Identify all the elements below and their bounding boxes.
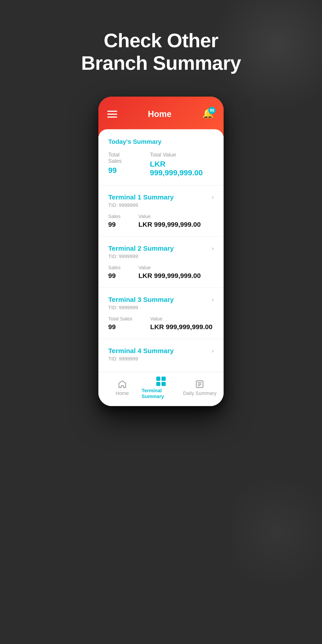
terminal-1-title: Terminal 1 Summary: [108, 194, 174, 201]
terminal-2-title: Terminal 2 Summary: [108, 245, 174, 252]
terminal-2-card[interactable]: Terminal 2 Summary › TID: 9999999 Sales …: [98, 236, 224, 288]
headline: Check Other Branch Summary: [81, 29, 241, 74]
terminal-3-sales-col: Total Sales 99: [108, 316, 132, 331]
terminal-3-value-col: Value LKR 999,999,999.00: [150, 316, 213, 331]
total-value-col: Total Value LKR 999,999,999.00: [150, 152, 214, 177]
daily-summary-icon: [195, 380, 204, 389]
nav-home-label: Home: [116, 390, 129, 396]
notification-button[interactable]: 🔔 99: [202, 108, 215, 120]
content-area: Today's Summary Total Sales 99 Total Val…: [98, 129, 224, 406]
terminal-4-card[interactable]: Terminal 4 Summary › TID: 9999999: [98, 339, 224, 372]
terminal-4-title: Terminal 4 Summary: [108, 347, 174, 355]
nav-daily-summary-label: Daily Summary: [183, 390, 216, 396]
terminal-2-header: Terminal 2 Summary ›: [108, 245, 214, 252]
terminal-2-value: LKR 999,999,999.00: [138, 272, 201, 280]
terminal-2-tid: TID: 9999999: [108, 254, 214, 260]
total-sales-value: 99: [108, 166, 132, 175]
terminal-1-header: Terminal 1 Summary ›: [108, 194, 214, 201]
nav-home-item[interactable]: Home: [103, 380, 142, 396]
terminal-1-sales-label: Sales: [108, 214, 120, 219]
bottom-navigation: Home Terminal Summary: [98, 372, 224, 406]
terminal-2-chevron-icon: ›: [212, 245, 214, 252]
notification-badge: 99: [208, 107, 216, 114]
todays-summary-section: Today's Summary Total Sales 99 Total Val…: [98, 129, 224, 185]
hamburger-menu-button[interactable]: [107, 111, 117, 118]
terminal-3-sales-label: Total Sales: [108, 316, 132, 322]
terminal-1-value: LKR 999,999,999.00: [138, 221, 201, 228]
headline-line1: Check Other: [104, 29, 218, 52]
terminal-2-value-col: Value LKR 999,999,999.00: [138, 265, 201, 280]
terminal-1-value-col: Value LKR 999,999,999.00: [138, 214, 201, 228]
terminal-3-tid: TID: 9999999: [108, 305, 214, 310]
terminal-4-chevron-icon: ›: [212, 347, 214, 354]
nav-terminal-summary-item[interactable]: Terminal Summary: [142, 376, 180, 399]
terminal-2-sales-label: Sales: [108, 265, 120, 270]
terminal-4-header: Terminal 4 Summary ›: [108, 347, 214, 355]
terminal-2-value-label: Value: [138, 265, 201, 270]
terminal-3-chevron-icon: ›: [212, 296, 214, 303]
summary-row: Total Sales 99 Total Value LKR 999,999,9…: [108, 152, 214, 177]
home-icon: [118, 380, 127, 389]
terminal-3-value-label: Value: [150, 316, 213, 322]
terminal-summary-icon: [156, 376, 166, 386]
terminal-3-card[interactable]: Terminal 3 Summary › TID: 9999999 Total …: [98, 288, 224, 339]
page-wrapper: Check Other Branch Summary Home 🔔 99 Tod…: [0, 0, 322, 644]
terminal-1-card[interactable]: Terminal 1 Summary › TID: 9999999 Sales …: [98, 185, 224, 236]
terminal-2-sales-col: Sales 99: [108, 265, 120, 280]
todays-summary-label: Today's Summary: [108, 138, 214, 145]
terminal-1-sales-col: Sales 99: [108, 214, 120, 228]
headline-line2: Branch Summary: [81, 52, 241, 74]
total-sales-label: Total Sales: [108, 152, 132, 164]
terminal-2-sales-value: 99: [108, 272, 120, 280]
terminal-4-tid: TID: 9999999: [108, 356, 214, 362]
phone-mockup: Home 🔔 99 Today's Summary Total Sales 99…: [98, 96, 224, 406]
total-value-label: Total Value: [150, 152, 214, 158]
terminal-3-value: LKR 999,999,999.00: [150, 323, 213, 331]
terminal-1-chevron-icon: ›: [212, 194, 214, 201]
terminal-1-tid: TID: 9999999: [108, 202, 214, 208]
header-title: Home: [148, 109, 172, 119]
terminal-2-stats: Sales 99 Value LKR 999,999,999.00: [108, 265, 214, 280]
terminal-3-header: Terminal 3 Summary ›: [108, 296, 214, 304]
total-sales-col: Total Sales 99: [108, 152, 132, 177]
terminal-1-value-label: Value: [138, 214, 201, 219]
terminal-3-sales-value: 99: [108, 323, 132, 331]
terminal-3-title: Terminal 3 Summary: [108, 296, 174, 304]
nav-terminal-summary-label: Terminal Summary: [142, 388, 180, 399]
total-value-value: LKR 999,999,999.00: [150, 160, 214, 177]
terminal-1-stats: Sales 99 Value LKR 999,999,999.00: [108, 214, 214, 228]
terminal-1-sales-value: 99: [108, 221, 120, 228]
terminal-3-stats: Total Sales 99 Value LKR 999,999,999.00: [108, 316, 214, 331]
nav-daily-summary-item[interactable]: Daily Summary: [180, 380, 219, 396]
